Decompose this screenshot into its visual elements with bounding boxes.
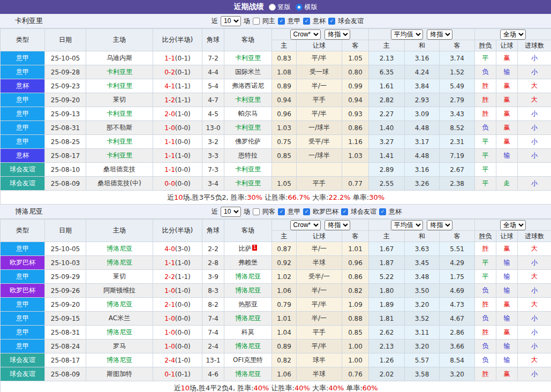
league-filter-checkbox[interactable] (379, 208, 386, 215)
halftime-score: (0-1) (175, 371, 191, 378)
handicap-result: 赢 (496, 79, 518, 93)
section-header-bologna: 博洛尼亚 近10场同客意甲欧罗巴杯球会友谊意杯 (0, 205, 551, 219)
scope-select[interactable]: 全场 (500, 220, 526, 230)
away-team-name: 博洛尼亚 (235, 314, 261, 322)
avg-draw: 3.17 (405, 135, 440, 149)
average-select[interactable]: 平均值 (391, 220, 423, 230)
summary-value: 22.2% (328, 193, 350, 201)
odds-stage-select[interactable]: 终指 (324, 220, 350, 230)
summary-text: 场,胜4平2负4, 胜率: (190, 384, 254, 392)
sub-col-home-odds: 主 (272, 231, 297, 242)
away-team-name: 博洛尼亚 (235, 273, 261, 280)
scope-select[interactable]: 全场 (500, 29, 526, 40)
league-filter-checkbox[interactable] (278, 18, 285, 25)
corners-cell: 3-4 (202, 177, 224, 191)
odds-away: 0.96 (342, 256, 369, 270)
europe-odds-group: 平均值 终指 (369, 29, 475, 40)
fulltime-score: 4-0 (164, 245, 175, 253)
handicap-result: 走 (496, 177, 518, 191)
handicap-result: 赢 (496, 121, 518, 135)
handicap-result: 输 (496, 65, 518, 79)
handicap-result: 赢 (496, 242, 518, 256)
halftime-score: (3-0) (175, 245, 191, 253)
match-date: 25-09-26 (45, 284, 86, 298)
odds-home: 0.83 (272, 51, 297, 65)
odds-handicap: 平手 (297, 177, 342, 191)
summary-text: 近 (167, 193, 174, 201)
odds-away: 0.88 (342, 312, 369, 326)
avg-stage-select[interactable]: 终指 (427, 220, 452, 230)
summary-value: 40% (295, 384, 310, 392)
odds-handicap: 半/一 (297, 284, 342, 298)
league-filter-label: 欧罗巴杯 (313, 207, 338, 216)
avg-stage-select[interactable]: 终指 (427, 29, 452, 40)
recent-count-select[interactable]: 10 (221, 207, 241, 217)
avg-draw: 4.24 (405, 65, 440, 79)
avg-home: 1.40 (369, 121, 405, 135)
score-cell: 2-4(1-0) (153, 353, 202, 367)
sub-col-handicap-result: 让球 (496, 40, 518, 51)
corners-cell: 13-0 (202, 121, 224, 135)
match-row: 球会友谊25-08-17博洛尼亚2-4(1-0)13-1OFI克里特0.82球半… (1, 353, 551, 367)
same-venue-checkbox[interactable] (253, 18, 260, 25)
home-team: 桑坦德竞技 (86, 163, 153, 177)
away-team: 卡利亚里 (224, 177, 272, 191)
halftime-score: (1-1) (175, 82, 191, 90)
avg-home: 2.89 (369, 163, 405, 177)
league-badge: 意甲 (1, 51, 45, 65)
recent-count-select[interactable]: 10 (221, 16, 241, 26)
home-team: 斯图加特 (86, 367, 153, 381)
odds-home: 0.87 (272, 242, 297, 256)
goals-result: 小 (518, 135, 551, 149)
page-title: 近期战绩 (234, 2, 264, 12)
odds-provider-select[interactable]: Crow* (290, 29, 321, 40)
avg-home: 2.13 (369, 51, 405, 65)
odds-provider-select[interactable]: Crow* (290, 220, 321, 230)
fulltime-score: 1-2 (164, 96, 175, 104)
col-header-home: 主场 (86, 220, 153, 242)
corners-cell: 4-5 (202, 107, 224, 121)
home-team: 卡利亚里 (86, 135, 153, 149)
summary-text: 场,胜3平5负2, 胜率: (183, 193, 247, 201)
col-header-corners: 角球 (202, 29, 224, 51)
goals-result: 小 (518, 121, 551, 135)
league-filter-checkbox[interactable] (341, 208, 348, 215)
odds-handicap: 受平/半 (297, 135, 342, 149)
corners-cell: 13-1 (202, 353, 224, 367)
horizontal-layout-radio[interactable]: 横版 (296, 3, 318, 12)
match-row: 意甲25-09-20莱切1-2(1-1)4-7卡利亚里0.94平手0.942.8… (1, 93, 551, 107)
league-filter-checkbox[interactable] (303, 208, 310, 215)
avg-draw: 3.16 (405, 51, 440, 65)
league-filter-checkbox[interactable] (303, 18, 310, 25)
match-date: 25-10-05 (45, 242, 86, 256)
home-team: 桑坦德竞技(中) (86, 177, 153, 191)
corners-cell: 2-2 (202, 242, 224, 256)
home-team: 卡利亚里 (86, 149, 153, 163)
avg-away: 4.73 (440, 298, 475, 312)
sub-col-result: 胜负 (475, 40, 496, 51)
odds-stage-select[interactable]: 终指 (324, 29, 350, 40)
same-venue-checkbox[interactable] (253, 208, 260, 215)
league-filter-checkbox[interactable] (328, 18, 335, 25)
goals-result: 小 (518, 107, 551, 121)
avg-home: 1.81 (369, 312, 405, 326)
radio-selected-icon[interactable] (296, 4, 303, 11)
home-team: 卡利亚里 (86, 107, 153, 121)
average-select[interactable]: 平均值 (391, 29, 423, 40)
away-team: 卡利亚里 (224, 93, 272, 107)
odds-home (272, 163, 297, 177)
sub-col-avg-away: 客 (440, 231, 475, 242)
handicap-result: 输 (496, 284, 518, 298)
handicap-result: 赢 (496, 298, 518, 312)
avg-draw: 2.93 (405, 93, 440, 107)
vertical-layout-radio[interactable]: 竖版 (269, 3, 291, 12)
handicap-odds-group: Crow* 终指 (272, 29, 369, 40)
league-badge: 意甲 (1, 242, 45, 256)
league-filter-checkbox[interactable] (278, 208, 285, 215)
radio-icon[interactable] (269, 4, 276, 11)
away-team-name: 佛罗伦萨 (235, 138, 261, 145)
summary-value: 10 (174, 193, 183, 201)
halftime-score: (1-1) (175, 96, 191, 104)
score-cell: 1-0(1-0) (153, 284, 202, 298)
col-header-score: 比分(半场) (153, 29, 202, 51)
